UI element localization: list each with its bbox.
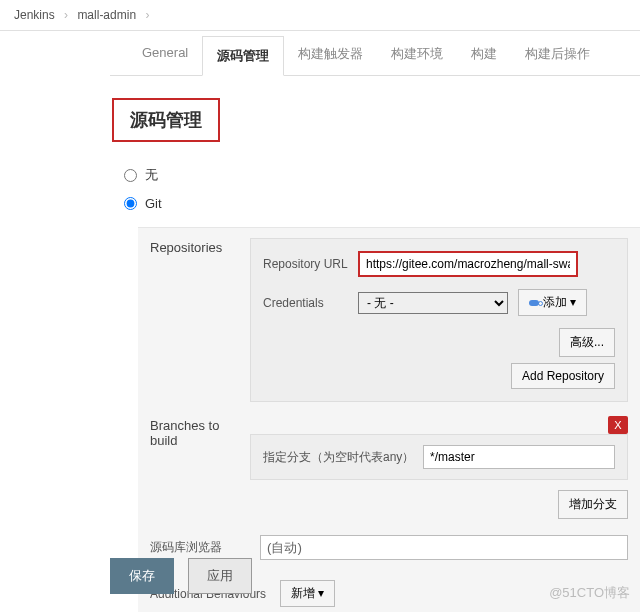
add-branch-button[interactable]: 增加分支 <box>558 490 628 519</box>
radio-git-label: Git <box>145 196 162 211</box>
scm-option-git[interactable]: Git <box>124 190 640 217</box>
repository-panel: Repository URL Credentials - 无 - 添加 ▾ <box>250 238 628 402</box>
tab-env[interactable]: 构建环境 <box>377 35 457 75</box>
repositories-label: Repositories <box>150 238 250 402</box>
breadcrumb-item[interactable]: mall-admin <box>77 8 136 22</box>
delete-branch-button[interactable]: X <box>608 416 628 434</box>
tab-scm[interactable]: 源码管理 <box>202 36 284 76</box>
credentials-select[interactable]: - 无 - <box>358 292 508 314</box>
config-tabs: General 源码管理 构建触发器 构建环境 构建 构建后操作 <box>110 35 640 76</box>
credentials-label: Credentials <box>263 296 358 310</box>
repo-url-input[interactable] <box>358 251 578 277</box>
tab-triggers[interactable]: 构建触发器 <box>284 35 377 75</box>
radio-none[interactable] <box>124 169 137 182</box>
chevron-down-icon: ▾ <box>318 586 324 600</box>
key-icon <box>529 300 539 306</box>
browser-label: 源码库浏览器 <box>150 539 260 556</box>
save-button[interactable]: 保存 <box>110 558 174 594</box>
radio-none-label: 无 <box>145 166 158 184</box>
scm-radio-group: 无 Git <box>110 160 640 217</box>
breadcrumb-root[interactable]: Jenkins <box>14 8 55 22</box>
tab-post[interactable]: 构建后操作 <box>511 35 604 75</box>
add-repository-button[interactable]: Add Repository <box>511 363 615 389</box>
chevron-right-icon: › <box>64 8 68 22</box>
apply-button[interactable]: 应用 <box>188 558 252 594</box>
chevron-down-icon: ▾ <box>570 295 576 309</box>
branch-panel: 指定分支（为空时代表any） <box>250 434 628 480</box>
scm-option-none[interactable]: 无 <box>124 160 640 190</box>
watermark: @51CTO博客 <box>549 584 630 602</box>
branches-label: Branches to build <box>150 416 250 519</box>
breadcrumb: Jenkins › mall-admin › <box>0 0 640 31</box>
section-title-scm: 源码管理 <box>112 98 220 142</box>
tab-general[interactable]: General <box>128 35 202 75</box>
add-credentials-button[interactable]: 添加 ▾ <box>518 289 587 316</box>
tab-build[interactable]: 构建 <box>457 35 511 75</box>
branch-spec-label: 指定分支（为空时代表any） <box>263 449 423 466</box>
radio-git[interactable] <box>124 197 137 210</box>
git-config: Repositories Repository URL Credentials … <box>138 227 640 612</box>
repo-url-label: Repository URL <box>263 257 358 271</box>
add-behaviour-button[interactable]: 新增 ▾ <box>280 580 335 607</box>
branch-spec-input[interactable] <box>423 445 615 469</box>
browser-input[interactable] <box>260 535 628 560</box>
advanced-button[interactable]: 高级... <box>559 328 615 357</box>
chevron-right-icon: › <box>145 8 149 22</box>
save-bar: 保存 应用 <box>110 558 252 594</box>
